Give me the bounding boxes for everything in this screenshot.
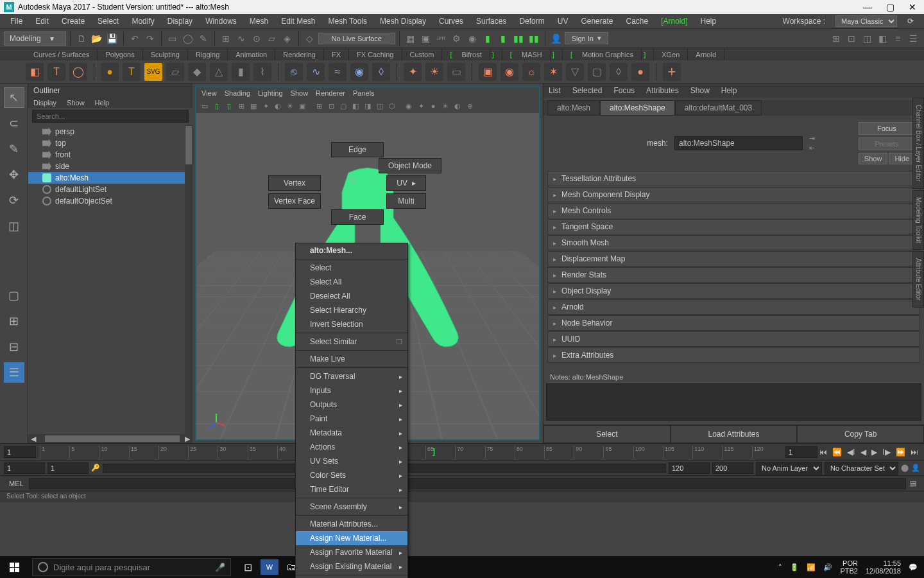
- ipr-icon[interactable]: IPR: [434, 31, 449, 46]
- vp-icon[interactable]: ✦: [260, 100, 271, 112]
- shelf-tab[interactable]: [ MASH ]: [502, 49, 563, 60]
- vp-icon[interactable]: ⬡: [386, 100, 398, 112]
- menu-item[interactable]: Help: [694, 15, 723, 28]
- ae-menu[interactable]: List: [549, 86, 561, 95]
- key-icon[interactable]: 🔑: [91, 464, 100, 472]
- vp-icon[interactable]: ▭: [199, 100, 210, 112]
- taskbar-search[interactable]: Digite aqui para pesquisar 🎤: [32, 558, 231, 576]
- ctx-item[interactable]: Make Live: [296, 352, 407, 366]
- poly-plane-icon[interactable]: ▱: [166, 63, 184, 81]
- poly-text-icon[interactable]: T: [123, 63, 141, 81]
- fx-rigid-icon[interactable]: ◉: [350, 63, 368, 81]
- ctx-item[interactable]: Deselect All: [296, 289, 407, 303]
- kill-icon[interactable]: ▮▮: [527, 31, 541, 46]
- menu-item[interactable]: File: [4, 15, 29, 28]
- vp-menu[interactable]: Lighting: [258, 89, 283, 97]
- light-sun-icon[interactable]: ☀: [425, 63, 443, 81]
- menu-item[interactable]: Create: [55, 15, 91, 28]
- vp-menu[interactable]: Renderer: [316, 89, 345, 97]
- select-button[interactable]: Select: [543, 425, 671, 443]
- arnold-mesh-icon[interactable]: ▢: [588, 63, 606, 81]
- ae-section[interactable]: Extra Attributes: [547, 347, 920, 363]
- start-button[interactable]: [0, 556, 28, 578]
- outliner-item[interactable]: top: [28, 137, 193, 149]
- poly-torus-icon[interactable]: ◯: [69, 63, 87, 81]
- ae-section[interactable]: Tessellation Attributes: [547, 171, 920, 186]
- xray-icon[interactable]: ◫: [860, 31, 874, 46]
- undo-icon[interactable]: ↶: [128, 31, 142, 46]
- layout-four-icon[interactable]: ⊞: [4, 311, 24, 331]
- script-editor-icon[interactable]: ▤: [906, 479, 920, 487]
- ctx-item[interactable]: DG Traversal: [296, 369, 407, 383]
- fx-cloth-icon[interactable]: ∿: [307, 63, 325, 81]
- shelf-tab[interactable]: [ Motion Graphics ]: [563, 49, 654, 60]
- vp-icon[interactable]: ▦: [248, 100, 259, 112]
- vp-icon[interactable]: ◨: [362, 100, 373, 112]
- step-back-key-icon[interactable]: ⏪: [830, 448, 844, 457]
- shelf-tab[interactable]: FX: [324, 49, 349, 60]
- menu-item[interactable]: Mesh Display: [373, 15, 432, 28]
- vp-icon[interactable]: ▯: [223, 100, 235, 112]
- ae-menu[interactable]: Show: [690, 86, 710, 95]
- shelf-tab[interactable]: Arnold: [688, 49, 724, 60]
- poly-helix-icon[interactable]: ⌇: [253, 63, 271, 81]
- ctx-item[interactable]: Select All: [296, 275, 407, 289]
- ctx-item[interactable]: Material Attributes...: [296, 517, 407, 531]
- hide-button[interactable]: Hide: [889, 153, 915, 164]
- range-end-field[interactable]: [712, 462, 753, 474]
- vp-icon[interactable]: ⊕: [464, 100, 475, 112]
- word-icon[interactable]: W: [261, 559, 278, 575]
- ctx-item[interactable]: Paint: [296, 412, 407, 426]
- ae-section[interactable]: Render Stats: [547, 267, 920, 283]
- vp-icon[interactable]: ⊞: [235, 100, 247, 112]
- vp-icon[interactable]: ▯: [211, 100, 223, 112]
- fx-icon[interactable]: ⎋: [285, 63, 303, 81]
- layout-outliner-icon[interactable]: ☰: [4, 362, 24, 383]
- outliner-item[interactable]: front: [28, 149, 193, 161]
- arnold-cube-icon[interactable]: ▣: [479, 63, 497, 81]
- shelf-tab[interactable]: [ Bifrost ]: [442, 49, 502, 60]
- step-fwd-icon[interactable]: Ⅰ▶: [880, 448, 893, 457]
- outliner-search[interactable]: [32, 110, 189, 123]
- menu-item-arnold[interactable]: [Arnold]: [654, 15, 694, 28]
- ae-menu[interactable]: Selected: [572, 86, 603, 95]
- workspace-reset-icon[interactable]: ⟳: [901, 15, 920, 28]
- ae-tab[interactable]: alto:defaultMat_003: [675, 100, 762, 116]
- channel-box-icon[interactable]: ≡: [891, 31, 905, 46]
- shelf-tab[interactable]: Animation: [228, 49, 275, 60]
- outliner-menu[interactable]: Display: [33, 99, 56, 107]
- vp-icon[interactable]: ▣: [296, 100, 308, 112]
- isolate-icon[interactable]: ◧: [875, 31, 889, 46]
- anim-layer-select[interactable]: No Anim Layer: [756, 462, 822, 475]
- mm-uv[interactable]: UV ▸: [386, 175, 426, 191]
- new-scene-icon[interactable]: 🗋: [74, 31, 89, 46]
- play-fwd-icon[interactable]: ▶: [869, 448, 879, 457]
- menu-item[interactable]: Surfaces: [470, 15, 513, 28]
- ctx-item[interactable]: Assign Favorite Material: [296, 545, 407, 559]
- select-tool[interactable]: ↖: [4, 87, 24, 108]
- snap-point-icon[interactable]: ⊙: [250, 31, 264, 46]
- time-current[interactable]: 1: [785, 446, 817, 458]
- redo-icon[interactable]: ↷: [143, 31, 157, 46]
- range-start-field[interactable]: [4, 462, 45, 474]
- outliner-item[interactable]: persp: [28, 126, 193, 137]
- outliner-tree[interactable]: persp top front side alto:Mesh defaultLi…: [28, 125, 193, 434]
- range-playstart-field[interactable]: [47, 462, 89, 474]
- mm-vertex[interactable]: Vertex: [268, 175, 321, 191]
- scale-tool[interactable]: ◫: [4, 216, 24, 236]
- side-tab[interactable]: Attribute Editor: [912, 251, 924, 308]
- vp-icon[interactable]: ⊞: [313, 100, 325, 112]
- mic-icon[interactable]: 🎤: [215, 563, 225, 572]
- arnold-volume-icon[interactable]: ●: [631, 63, 649, 81]
- outliner-item[interactable]: defaultLightSet: [28, 184, 193, 195]
- vp-icon[interactable]: ◐: [272, 100, 284, 112]
- light-area-icon[interactable]: ▭: [447, 63, 465, 81]
- shelf-tab[interactable]: Custom: [402, 49, 443, 60]
- layout-single-icon[interactable]: ▢: [4, 285, 24, 306]
- outliner-hscroll[interactable]: ◀▶: [28, 434, 193, 443]
- paint-select-icon[interactable]: ✎: [196, 31, 210, 46]
- arnold-sky-icon[interactable]: ☼: [522, 63, 540, 81]
- ae-section[interactable]: UUID: [547, 331, 920, 347]
- shelf-tab[interactable]: FX Caching: [349, 49, 402, 60]
- shelf-tab[interactable]: Polygons: [98, 49, 142, 60]
